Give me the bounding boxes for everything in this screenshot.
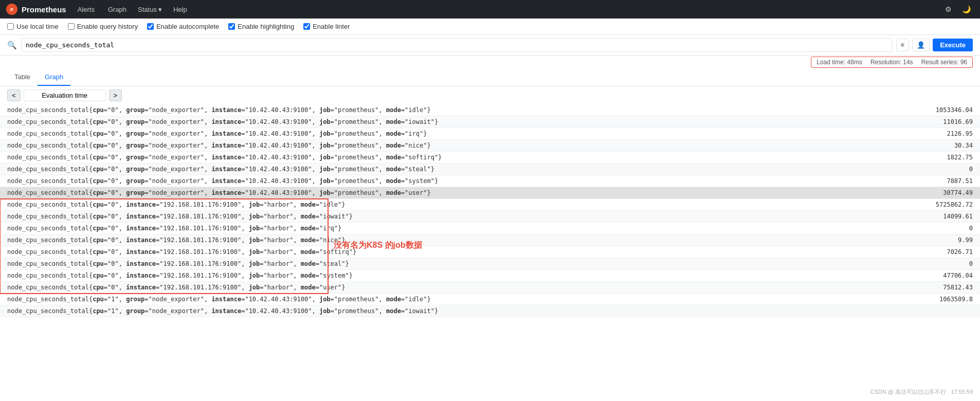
metric-cell: node_cpu_seconds_total{cpu="1", group="n… [0,305,879,317]
options-bar: Use local time Enable query history Enab… [0,19,980,35]
list-view-button[interactable]: ≡ [896,39,910,51]
table-row: node_cpu_seconds_total{cpu="0", instance… [0,282,980,294]
table-row: node_cpu_seconds_total{cpu="0", instance… [0,223,980,234]
load-time-stat: Load time: 48ms [816,59,862,66]
nav-graph[interactable]: Graph [106,6,129,13]
resolution-stat: Resolution: 14s [870,59,913,66]
enable-linter-checkbox[interactable] [303,23,310,30]
search-btn-group: ≡ 👤 Execute [896,39,973,51]
tab-table[interactable]: Table [7,69,38,86]
metric-value: 0 [879,258,980,270]
table-row: node_cpu_seconds_total{cpu="0", group="n… [0,116,980,128]
table-row: node_cpu_seconds_total{cpu="0", group="n… [0,104,980,116]
metric-cell: node_cpu_seconds_total{cpu="0", group="n… [0,163,879,175]
metric-value: 1053346.04 [879,104,980,116]
eval-time-row: < > [0,86,980,104]
navbar: P Prometheus Alerts Graph Status ▾ Help … [0,0,980,19]
nav-help[interactable]: Help [171,6,189,13]
metric-value: 11016.69 [879,116,980,128]
enable-linter-option[interactable]: Enable linter [303,23,350,30]
chevron-down-icon: ▾ [158,6,162,13]
use-local-time-checkbox[interactable] [7,23,14,30]
execute-button[interactable]: Execute [933,39,973,51]
enable-query-history-checkbox[interactable] [68,23,75,30]
enable-query-history-option[interactable]: Enable query history [68,23,138,30]
metric-value: 0 [879,223,980,234]
metric-cell: node_cpu_seconds_total{cpu="0", instance… [0,246,879,258]
table-row: node_cpu_seconds_total{cpu="0", group="n… [0,187,980,199]
metric-value: 30774.49 [879,187,980,199]
results-table: node_cpu_seconds_total{cpu="0", group="n… [0,104,980,317]
search-icon: 🔍 [7,41,17,50]
nav-status[interactable]: Status ▾ [138,6,162,13]
enable-autocomplete-option[interactable]: Enable autocomplete [147,23,219,30]
metric-value: 1063509.8 [879,294,980,305]
stats-bar: Load time: 48ms Resolution: 14s Result s… [811,57,973,68]
query-input[interactable] [21,38,892,52]
brand-name: Prometheus [22,5,66,14]
metric-cell: node_cpu_seconds_total{cpu="0", group="n… [0,140,879,152]
result-series-stat: Result series: 96 [921,59,967,66]
user-icon-button[interactable]: 👤 [912,39,930,51]
metric-value: 47706.04 [879,270,980,282]
table-row: node_cpu_seconds_total{cpu="0", instance… [0,258,980,270]
enable-autocomplete-checkbox[interactable] [147,23,154,30]
enable-highlighting-checkbox[interactable] [228,23,235,30]
table-row: node_cpu_seconds_total{cpu="0", group="n… [0,140,980,152]
table-row: node_cpu_seconds_total{cpu="0", instance… [0,234,980,246]
metric-cell: node_cpu_seconds_total{cpu="0", group="n… [0,175,879,187]
metric-value: 2126.95 [879,128,980,140]
metric-cell: node_cpu_seconds_total{cpu="0", instance… [0,199,879,211]
navbar-right: ⚙ 🌙 [942,4,974,14]
metric-value: 9.99 [879,234,980,246]
metric-cell: node_cpu_seconds_total{cpu="0", group="n… [0,104,879,116]
metric-cell: node_cpu_seconds_total{cpu="0", instance… [0,270,879,282]
brand-icon: P [6,4,17,15]
use-local-time-label: Use local time [16,23,59,30]
tab-graph[interactable]: Graph [38,69,70,86]
table-row: node_cpu_seconds_total{cpu="1", group="n… [0,305,980,317]
metric-value: 75812.43 [879,282,980,294]
tabs-row: Table Graph [0,69,980,86]
table-row: node_cpu_seconds_total{cpu="1", group="n… [0,294,980,305]
table-row: node_cpu_seconds_total{cpu="0", instance… [0,246,980,258]
metric-value: 5725862.72 [879,199,980,211]
brand: P Prometheus [6,4,66,15]
metric-value: 7887.51 [879,175,980,187]
table-row: node_cpu_seconds_total{cpu="0", instance… [0,211,980,223]
theme-toggle-button[interactable]: 🌙 [959,4,974,14]
nav-alerts[interactable]: Alerts [76,6,97,13]
metric-cell: node_cpu_seconds_total{cpu="0", group="n… [0,128,879,140]
table-row: node_cpu_seconds_total{cpu="0", group="n… [0,175,980,187]
svg-text:P: P [10,7,13,12]
enable-query-history-label: Enable query history [77,23,138,30]
metric-value: 14099.61 [879,211,980,223]
navbar-left: P Prometheus Alerts Graph Status ▾ Help [6,4,189,15]
metric-cell: node_cpu_seconds_total{cpu="0", instance… [0,223,879,234]
enable-highlighting-label: Enable highlighting [238,23,294,30]
prometheus-logo-icon: P [8,6,15,13]
table-row: node_cpu_seconds_total{cpu="0", group="n… [0,128,980,140]
results-table-wrapper: node_cpu_seconds_total{cpu="0", group="n… [0,104,980,317]
table-row: node_cpu_seconds_total{cpu="0", group="n… [0,163,980,175]
metric-cell: node_cpu_seconds_total{cpu="0", group="n… [0,187,879,199]
settings-button[interactable]: ⚙ [942,4,955,14]
eval-next-button[interactable]: > [109,89,122,101]
metric-cell: node_cpu_seconds_total{cpu="1", group="n… [0,294,879,305]
table-row: node_cpu_seconds_total{cpu="0", instance… [0,270,980,282]
enable-autocomplete-label: Enable autocomplete [156,23,219,30]
eval-prev-button[interactable]: < [7,89,21,101]
metric-cell: node_cpu_seconds_total{cpu="0", group="n… [0,152,879,163]
enable-linter-label: Enable linter [313,23,350,30]
use-local-time-option[interactable]: Use local time [7,23,59,30]
search-bar: 🔍 ≡ 👤 Execute [0,35,980,56]
metric-value: 1822.75 [879,152,980,163]
metric-value: 7026.71 [879,246,980,258]
metric-value: 0 [879,163,980,175]
metric-value [879,305,980,317]
enable-highlighting-option[interactable]: Enable highlighting [228,23,294,30]
metric-cell: node_cpu_seconds_total{cpu="0", instance… [0,258,879,270]
metric-cell: node_cpu_seconds_total{cpu="0", instance… [0,234,879,246]
table-row: node_cpu_seconds_total{cpu="0", group="n… [0,152,980,163]
eval-time-input[interactable] [24,89,106,101]
